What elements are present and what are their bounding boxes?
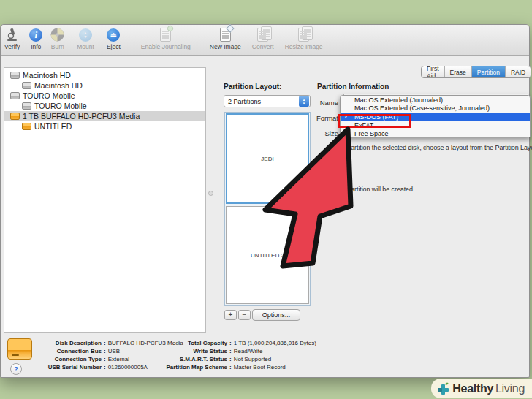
info-icon: i: [29, 27, 42, 42]
eject-button[interactable]: ⏏ Eject: [107, 27, 121, 50]
info-row-write-status: Write Status:Read/Write: [160, 347, 316, 355]
gray-drive-icon: [10, 92, 20, 99]
sidebar-item-macintosh-hd-disk[interactable]: Macintosh HD: [4, 70, 205, 80]
sidebar-item-label: Macintosh HD: [23, 71, 71, 80]
resize-image-button: Resize Image: [285, 27, 323, 50]
add-partition-button[interactable]: +: [224, 310, 237, 320]
verify-icon: [6, 27, 19, 42]
toolbar: Verify i Info Burn ▲▼ Mount ⏏ Eject Enab: [1, 25, 529, 56]
tab-partition[interactable]: Partition: [472, 66, 506, 77]
sidebar-item-label: TOURO Mobile: [34, 102, 87, 110]
orange-volume-icon: [22, 123, 31, 130]
sidebar-item-untitled-volume[interactable]: UNTITLED: [4, 121, 205, 132]
info-button[interactable]: i Info: [29, 27, 42, 50]
watermark-brand-bold: Healthy: [452, 382, 493, 395]
convert-button: Convert: [252, 27, 274, 50]
healthy-living-plus-icon: [437, 382, 449, 395]
enable-journaling-icon: [160, 27, 171, 42]
partition-map: JEDI UNTITLED 2: [224, 112, 311, 306]
options-button[interactable]: Options...: [252, 309, 300, 321]
resize-image-icon: [298, 27, 309, 42]
size-field-label: Size: [296, 129, 338, 137]
watermark-brand-light: Living: [495, 382, 525, 395]
partition-information-heading: Partition Information: [317, 83, 389, 91]
eject-icon: ⏏: [107, 27, 120, 42]
info-row-connection-type: Connection Type:External: [23, 355, 183, 363]
exfat-highlight-box: [338, 114, 411, 128]
sidebar-item-label: 1 TB BUFFALO HD-PCFU3 Media: [23, 112, 140, 121]
sidebar-item-touro-mobile-disk[interactable]: TOURO Mobile: [4, 91, 205, 101]
format-field-label: Format: [296, 114, 338, 122]
sidebar-item-label: TOURO Mobile: [23, 91, 75, 100]
partition-help-text-2: d partition will be created.: [342, 186, 414, 193]
partition-box-jedi[interactable]: JEDI: [226, 113, 309, 204]
device-sidebar: Macintosh HD Macintosh HD TOURO Mobile T…: [4, 67, 206, 332]
info-row-disk-description: Disk Description:BUFFALO HD-PCFU3 Media: [23, 339, 183, 347]
partition-name: JEDI: [261, 156, 273, 162]
resize-image-label: Resize Image: [285, 43, 323, 50]
info-row-usb-serial: USB Serial Number:01260000005A: [23, 363, 183, 371]
info-row-connection-bus: Connection Bus:USB: [23, 347, 183, 355]
sidebar-item-macintosh-hd-volume[interactable]: Macintosh HD: [4, 80, 205, 91]
info-row-smart-status: S.M.A.R.T. Status:Not Supported: [160, 355, 316, 363]
sidebar-resize-handle[interactable]: [208, 191, 213, 196]
info-row-total-capacity: Total Capacity:1 TB (1,000,204,886,016 B…: [160, 339, 316, 347]
partition-layout-heading: Partition Layout:: [224, 83, 281, 91]
gray-drive-icon: [10, 72, 20, 79]
partition-name: UNTITLED 2: [251, 252, 284, 259]
sidebar-item-label: Macintosh HD: [34, 81, 83, 90]
tab-erase[interactable]: Erase: [445, 66, 472, 77]
menu-item-mac-os-extended-journaled[interactable]: Mac OS Extended (Journaled): [341, 96, 530, 104]
burn-label: Burn: [51, 43, 64, 50]
verify-button[interactable]: Verify: [4, 27, 20, 50]
sidebar-item-touro-mobile-volume[interactable]: TOURO Mobile: [4, 101, 205, 111]
gray-volume-icon: [22, 82, 31, 89]
burn-icon: [50, 27, 64, 42]
remove-partition-button[interactable]: −: [238, 310, 251, 320]
mount-label: Mount: [77, 43, 94, 50]
tab-first-aid[interactable]: First Aid: [422, 66, 445, 77]
eject-label: Eject: [107, 43, 121, 50]
convert-label: Convert: [252, 43, 274, 50]
mount-button: ▲▼ Mount: [77, 27, 94, 50]
partition-help-text-1: d partition the selected disk, choose a …: [342, 144, 532, 151]
menu-item-free-space[interactable]: Free Space: [341, 129, 530, 137]
verify-label: Verify: [4, 43, 20, 50]
partition-count-value: 2 Partitions: [224, 98, 299, 105]
tab-raid[interactable]: RAID: [506, 66, 531, 77]
partition-box-untitled-2[interactable]: UNTITLED 2: [226, 206, 309, 304]
new-image-button[interactable]: New Image: [210, 27, 241, 50]
gray-volume-icon: [22, 102, 31, 110]
enable-journaling-button: Enable Journaling: [141, 27, 191, 50]
info-panel-divider: [1, 335, 529, 335]
tab-bar: First Aid Erase Partition RAID: [421, 66, 531, 78]
info-label: Info: [31, 43, 41, 50]
orange-drive-icon: [10, 113, 20, 120]
name-field-label: Name: [296, 99, 338, 107]
help-button[interactable]: ?: [10, 363, 22, 375]
enable-journaling-label: Enable Journaling: [141, 43, 191, 50]
burn-button: Burn: [50, 27, 64, 50]
disk-info-right-column: Total Capacity:1 TB (1,000,204,886,016 B…: [160, 339, 316, 371]
mount-icon: ▲▼: [79, 27, 92, 42]
new-image-label: New Image: [210, 43, 241, 50]
convert-icon: [257, 27, 268, 42]
new-image-icon: [220, 27, 231, 42]
menu-item-mac-os-extended-case-sensitive[interactable]: Mac OS Extended (Case-sensitive, Journal…: [341, 104, 530, 113]
info-row-partition-map-scheme: Partition Map Scheme:Master Boot Record: [160, 363, 316, 371]
disk-info-left-column: Disk Description:BUFFALO HD-PCFU3 Media …: [23, 339, 183, 371]
healthy-living-watermark: Healthy Living: [431, 379, 532, 398]
sidebar-item-label: UNTITLED: [34, 122, 72, 131]
disk-utility-window: Verify i Info Burn ▲▼ Mount ⏏ Eject Enab: [0, 24, 530, 378]
sidebar-item-buffalo-disk[interactable]: 1 TB BUFFALO HD-PCFU3 Media: [4, 111, 205, 121]
